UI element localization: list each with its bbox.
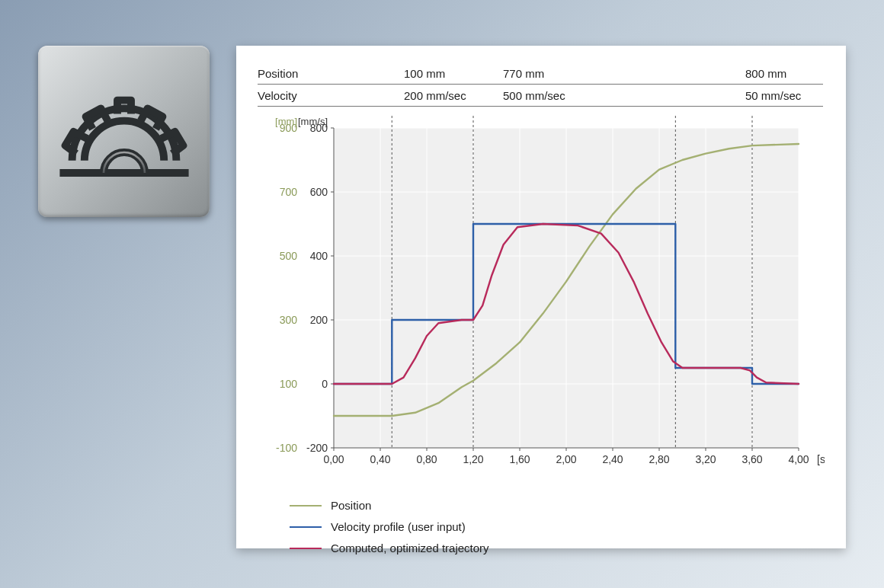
svg-text:2,40: 2,40 [602,453,623,465]
gear-tile [38,46,210,217]
gear-icon [56,63,193,200]
svg-text:1,60: 1,60 [509,453,530,465]
chart-svg: -2000200400600800-100100300500700900[mm]… [258,116,825,481]
cell: 800 mm [745,67,786,80]
cell: 100 mm [404,67,445,80]
cell: 200 mm/sec [404,89,466,102]
svg-text:0,40: 0,40 [370,453,390,465]
chart-area: -2000200400600800-100100300500700900[mm]… [258,116,825,481]
svg-text:2,80: 2,80 [649,453,669,465]
legend-item: Velocity profile (user input) [290,516,489,538]
svg-text:300: 300 [280,314,298,326]
svg-text:100: 100 [280,378,298,390]
legend-label: Position [331,495,371,516]
svg-text:0: 0 [322,378,328,390]
legend-swatch [290,548,322,549]
legend-item: Computed, optimized trajectory [290,538,489,559]
cell: 500 mm/sec [503,89,565,102]
svg-text:400: 400 [310,250,328,262]
data-table: Position 100 mm 770 mm 800 mm Velocity 2… [258,62,823,107]
legend: Position Velocity profile (user input) C… [290,495,489,559]
svg-text:200: 200 [310,314,328,326]
svg-text:[mm]: [mm] [275,116,297,127]
svg-text:700: 700 [280,186,298,198]
svg-text:[mm/s]: [mm/s] [298,116,328,127]
cell: 50 mm/sec [745,89,801,102]
cell: 770 mm [503,67,544,80]
svg-text:3,60: 3,60 [741,453,762,465]
svg-text:2,00: 2,00 [556,453,576,465]
table-row: Velocity 200 mm/sec 500 mm/sec 50 mm/sec [258,85,823,107]
svg-text:-100: -100 [276,442,297,454]
legend-swatch [290,526,322,528]
svg-text:3,20: 3,20 [695,453,716,465]
svg-text:-200: -200 [306,442,328,454]
svg-text:0,00: 0,00 [323,453,344,465]
svg-text:1,20: 1,20 [463,453,483,465]
legend-label: Computed, optimized trajectory [331,538,489,559]
legend-label: Velocity profile (user input) [331,516,466,538]
row-label: Position [258,67,343,80]
chart-panel: Position 100 mm 770 mm 800 mm Velocity 2… [236,46,846,548]
svg-text:600: 600 [310,186,328,198]
svg-text:0,80: 0,80 [416,453,437,465]
svg-text:4,00: 4,00 [788,453,809,465]
svg-text:500: 500 [280,250,298,262]
row-label: Velocity [258,89,343,102]
svg-text:[s]: [s] [817,453,825,465]
legend-item: Position [290,495,489,516]
legend-swatch [290,505,322,507]
table-row: Position 100 mm 770 mm 800 mm [258,62,823,85]
